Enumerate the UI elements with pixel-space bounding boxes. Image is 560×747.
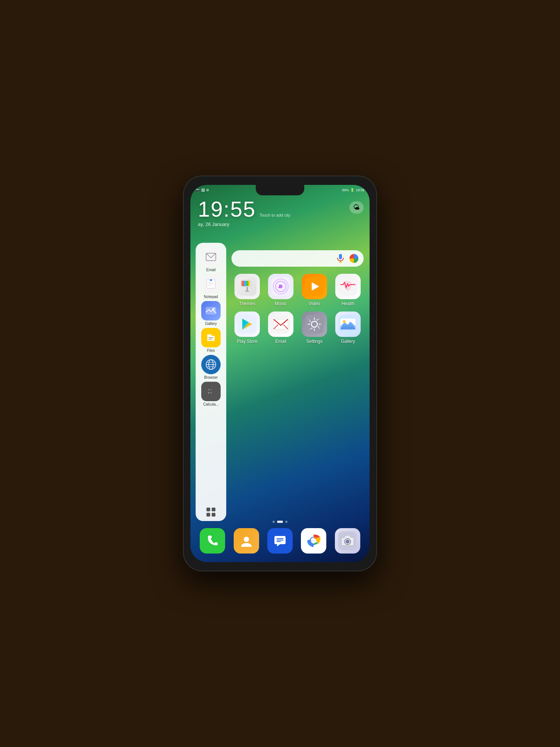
page-dot-2[interactable] [277, 521, 283, 523]
sidebar-item-browser[interactable]: Browser [198, 355, 224, 379]
svg-text:+  −: + − [208, 388, 212, 391]
status-icon-3: ⚙ [206, 188, 209, 192]
page-dot-1[interactable] [273, 521, 275, 523]
app-item-playstore[interactable]: Play Store [232, 311, 262, 344]
dock-item-camera[interactable] [335, 528, 360, 554]
app-item-video[interactable]: Video [299, 274, 329, 306]
sidebar-gallery-label: Gallery [205, 322, 217, 326]
sidebar-dock: Email Notepad [196, 243, 226, 521]
health-label: Health [342, 301, 355, 306]
chrome-icon [301, 528, 326, 554]
battery-percent: 89% [342, 188, 349, 192]
video-label: Video [309, 301, 320, 306]
status-left-icons: 📷 🖼 ⚙ [196, 188, 209, 192]
clock-area: 19:55 Touch to add city ay, 26 January [198, 198, 290, 227]
music-icon: ♪ [268, 274, 293, 299]
status-right: 89% 🔋 19:58 [342, 188, 364, 192]
health-icon [335, 274, 361, 299]
app-item-themes[interactable]: Themes [232, 274, 262, 306]
svg-point-61 [351, 538, 352, 539]
browser-icon [201, 355, 221, 374]
phone-screen: 📷 🖼 ⚙ 89% 🔋 19:58 19:55 Touch to add cit… [190, 185, 370, 562]
settings-icon [302, 311, 327, 337]
svg-point-49 [244, 537, 249, 542]
svg-rect-18 [339, 254, 342, 259]
phone-device: 📷 🖼 ⚙ 89% 🔋 19:58 19:55 Touch to add cit… [183, 176, 377, 571]
app-grid: Themes ♪ Music [231, 274, 364, 344]
svg-rect-26 [246, 281, 248, 286]
playstore-icon [234, 311, 260, 337]
playstore-label: Play Store [237, 339, 257, 344]
messages-icon [267, 528, 293, 554]
notepad-icon [201, 274, 221, 294]
sidebar-item-gallery[interactable]: Gallery [198, 301, 224, 326]
svg-point-7 [212, 308, 215, 310]
svg-rect-24 [242, 281, 244, 286]
status-icon-1: 📷 [196, 188, 200, 192]
phone-notch [256, 185, 304, 195]
clock-date: ay, 26 January [198, 221, 290, 227]
svg-text:♪: ♪ [278, 282, 281, 290]
clock-touch-hint[interactable]: Touch to add city [259, 213, 290, 217]
status-icon-2: 🖼 [201, 188, 205, 192]
sidebar-item-files[interactable]: Files [198, 328, 224, 353]
dot-4 [212, 513, 215, 517]
music-label: Music [275, 301, 286, 306]
weather-icon: 🌤 [353, 204, 360, 211]
dock-item-messages[interactable] [267, 528, 293, 554]
dock-item-phone[interactable] [200, 528, 225, 554]
app-item-settings[interactable]: Settings [299, 311, 329, 344]
email-icon [201, 247, 221, 267]
app-item-music[interactable]: ♪ Music [266, 274, 296, 306]
themes-label: Themes [239, 301, 255, 306]
gallery-icon [335, 311, 361, 337]
gallery-label: Gallery [341, 339, 355, 344]
status-time: 19:58 [356, 188, 364, 192]
search-bar[interactable] [231, 250, 364, 267]
sidebar-item-email[interactable]: Email [198, 247, 224, 272]
app-item-email[interactable]: Email [266, 311, 296, 344]
dot-3 [206, 513, 210, 517]
page-dot-3[interactable] [285, 521, 287, 523]
themes-icon [234, 274, 260, 299]
sidebar-email-label: Email [206, 268, 215, 272]
sidebar-item-calculator[interactable]: + − × = Calcula... [198, 382, 224, 406]
camera-icon [335, 528, 360, 554]
svg-text:×  =: × = [208, 391, 212, 394]
dock-item-contacts[interactable] [234, 528, 259, 554]
dock-item-chrome[interactable] [301, 528, 326, 554]
email-label: Email [275, 339, 286, 344]
app-item-gallery[interactable]: Gallery [333, 311, 363, 344]
dot-1 [206, 508, 210, 511]
sidebar-notepad-label: Notepad [204, 295, 218, 299]
google-lens-button[interactable] [349, 253, 359, 264]
svg-point-57 [312, 539, 315, 543]
sidebar-item-notepad[interactable]: Notepad [198, 274, 224, 299]
sidebar-calculator-label: Calcula... [203, 402, 219, 406]
svg-point-60 [346, 540, 349, 543]
svg-rect-2 [210, 279, 212, 281]
dots-grid [206, 508, 215, 517]
weather-widget[interactable]: 🌤 [349, 201, 364, 214]
google-mic-button[interactable] [335, 253, 346, 264]
gallery-sidebar-icon [201, 301, 221, 320]
email-main-icon [268, 311, 293, 337]
page-indicators [190, 521, 370, 523]
video-icon [302, 274, 327, 299]
battery-icon: 🔋 [350, 188, 354, 192]
svg-rect-29 [245, 291, 249, 292]
sidebar-browser-label: Browser [204, 375, 218, 379]
svg-rect-27 [248, 281, 250, 286]
phone-icon [200, 528, 225, 554]
sidebar-files-label: Files [207, 348, 215, 353]
svg-point-48 [343, 320, 346, 323]
contacts-icon [234, 528, 259, 554]
dot-2 [212, 508, 215, 511]
app-item-health[interactable]: Health [333, 274, 363, 306]
bottom-dock [196, 524, 364, 558]
calculator-icon: + − × = [201, 382, 221, 401]
sidebar-more-button[interactable] [206, 508, 215, 517]
files-icon [201, 328, 221, 347]
svg-rect-25 [244, 281, 246, 286]
clock-time: 19:55 [198, 198, 256, 220]
